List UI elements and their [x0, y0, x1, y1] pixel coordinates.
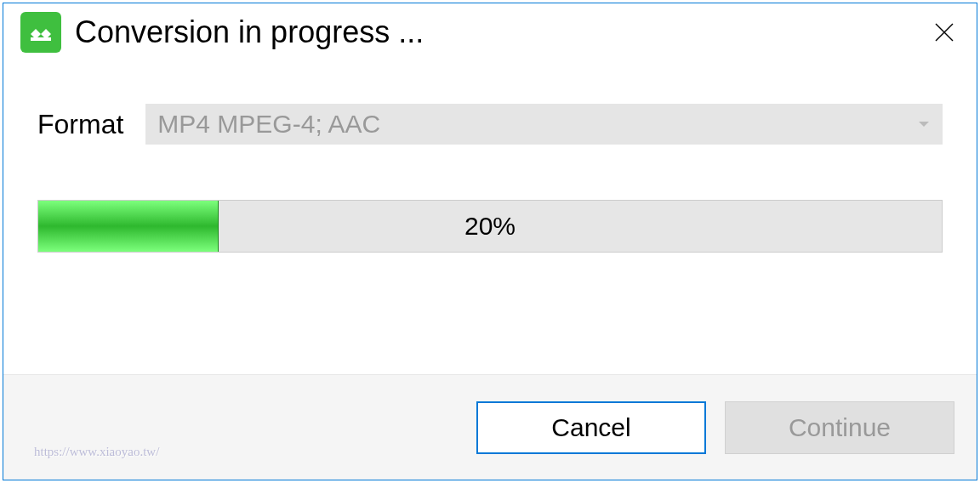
format-value: MP4 MPEG-4; AAC	[157, 110, 380, 139]
dialog-title: Conversion in progress ...	[75, 14, 914, 50]
conversion-dialog: Conversion in progress ... Format MP4 MP…	[3, 3, 977, 480]
dialog-footer: Cancel Continue	[3, 374, 977, 480]
cancel-button[interactable]: Cancel	[476, 401, 706, 454]
app-icon	[20, 12, 61, 53]
format-row: Format MP4 MPEG-4; AAC	[37, 104, 943, 145]
svg-rect-0	[31, 37, 51, 41]
close-icon	[935, 23, 954, 42]
format-select[interactable]: MP4 MPEG-4; AAC	[145, 104, 943, 145]
close-button[interactable]	[927, 15, 961, 49]
dialog-content: Format MP4 MPEG-4; AAC 20%	[3, 61, 977, 374]
progress-text: 20%	[38, 201, 942, 252]
chevron-down-icon	[919, 122, 929, 127]
format-label: Format	[37, 109, 123, 140]
progress-bar: 20%	[37, 200, 943, 253]
continue-button: Continue	[725, 401, 954, 454]
titlebar: Conversion in progress ...	[3, 3, 977, 61]
